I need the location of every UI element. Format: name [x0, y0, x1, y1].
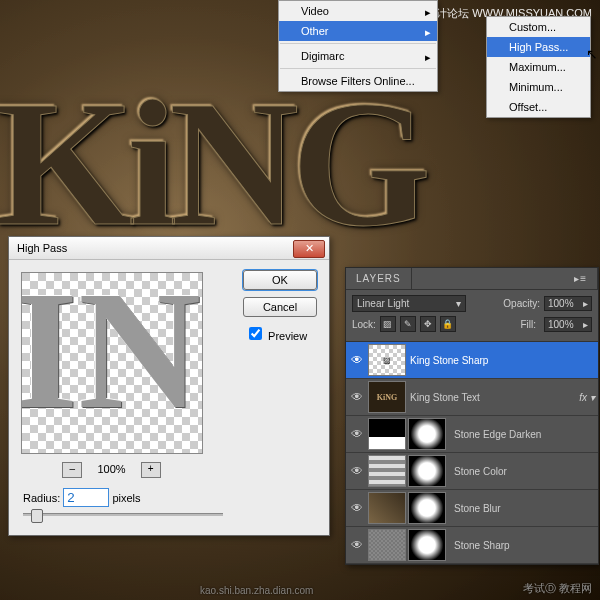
close-icon: ✕ [305, 242, 314, 254]
layers-panel: LAYERS ▸≡ Linear Light▾ Opacity: 100%▸ L… [345, 267, 599, 565]
menu-label: Other [301, 25, 329, 37]
radius-row: Radius: pixels [19, 482, 319, 507]
blend-mode-value: Linear Light [357, 298, 409, 309]
menu-separator [280, 43, 436, 44]
layer-row[interactable]: 👁 Stone Blur [346, 490, 598, 527]
layer-name: Stone Blur [452, 503, 598, 514]
layer-row[interactable]: 👁 KiNG King Stone Text fx ▾ [346, 379, 598, 416]
submenu-label: Custom... [509, 21, 556, 33]
layer-thumbnail[interactable] [368, 455, 406, 487]
visibility-icon[interactable]: 👁 [346, 390, 368, 404]
layer-row[interactable]: 👁 Stone Sharp [346, 527, 598, 564]
layer-mask-thumbnail[interactable] [408, 529, 446, 561]
slider-thumb[interactable] [31, 509, 43, 523]
zoom-controls: – 100% + [19, 458, 204, 482]
layer-name: King Stone Sharp [408, 355, 598, 366]
dialog-title: High Pass [17, 242, 67, 254]
submenu-item-high-pass[interactable]: High Pass... [487, 37, 590, 57]
preview-content: IN [21, 272, 201, 448]
fill-label: Fill: [520, 319, 536, 330]
menu-label: Digimarc [301, 50, 344, 62]
fill-value: 100% [548, 319, 574, 330]
layer-thumbnail[interactable]: KiNG [368, 381, 406, 413]
preview-checkbox[interactable] [249, 327, 262, 340]
panel-menu-icon[interactable]: ▸≡ [564, 268, 598, 289]
visibility-icon[interactable]: 👁 [346, 538, 368, 552]
cancel-button[interactable]: Cancel [243, 297, 317, 317]
lock-position-icon[interactable]: ✥ [420, 316, 436, 332]
watermark-bottom-left: kao.shi.ban.zha.dian.com [200, 585, 313, 596]
zoom-in-button[interactable]: + [141, 462, 161, 478]
chevron-right-icon: ▸ [583, 298, 588, 309]
visibility-icon[interactable]: 👁 [346, 427, 368, 441]
filter-preview[interactable]: IN [21, 272, 203, 454]
dialog-titlebar[interactable]: High Pass ✕ [9, 237, 329, 260]
layer-thumbnail[interactable] [368, 418, 406, 450]
close-button[interactable]: ✕ [293, 240, 325, 258]
layer-row[interactable]: 👁 Stone Color [346, 453, 598, 490]
lock-all-icon[interactable]: 🔒 [440, 316, 456, 332]
high-pass-dialog: High Pass ✕ IN – 100% + OK Cancel Previe… [8, 236, 330, 536]
layer-mask-thumbnail[interactable] [408, 492, 446, 524]
layer-mask-thumbnail[interactable] [408, 455, 446, 487]
layer-row[interactable]: 👁 ▨ King Stone Sharp [346, 342, 598, 379]
chevron-down-icon: ▾ [456, 298, 461, 309]
radius-unit: pixels [112, 492, 140, 504]
lock-label: Lock: [352, 319, 376, 330]
menu-item-video[interactable]: Video▸ [279, 1, 437, 21]
radius-slider[interactable] [23, 513, 223, 517]
opacity-value: 100% [548, 298, 574, 309]
filter-menu[interactable]: Video▸ Other▸ Digimarc▸ Browse Filters O… [278, 0, 438, 92]
visibility-icon[interactable]: 👁 [346, 353, 368, 367]
radius-label: Radius: [23, 492, 60, 504]
menu-separator [280, 68, 436, 69]
chevron-right-icon: ▸ [583, 319, 588, 330]
lock-transparency-icon[interactable]: ▨ [380, 316, 396, 332]
layer-thumbnail[interactable] [368, 529, 406, 561]
preview-checkbox-row: Preview [245, 324, 317, 343]
layers-list: 👁 ▨ King Stone Sharp 👁 KiNG King Stone T… [346, 342, 598, 564]
radius-input[interactable] [63, 488, 109, 507]
submenu-label: Minimum... [509, 81, 563, 93]
filter-submenu-other[interactable]: Custom... High Pass... Maximum... Minimu… [486, 16, 591, 118]
layer-fx-icon[interactable]: fx ▾ [576, 392, 598, 403]
fill-input[interactable]: 100%▸ [544, 317, 592, 332]
submenu-label: Maximum... [509, 61, 566, 73]
chevron-right-icon: ▸ [425, 6, 431, 19]
chevron-right-icon: ▸ [425, 51, 431, 64]
layer-name: Stone Sharp [452, 540, 598, 551]
layer-thumbnail[interactable]: ▨ [368, 344, 406, 376]
layer-name: Stone Color [452, 466, 598, 477]
menu-label: Video [301, 5, 329, 17]
submenu-item-maximum[interactable]: Maximum... [487, 57, 590, 77]
layer-name: Stone Edge Darken [452, 429, 598, 440]
submenu-item-offset[interactable]: Offset... [487, 97, 590, 117]
chevron-right-icon: ▸ [425, 26, 431, 39]
menu-item-browse-filters[interactable]: Browse Filters Online... [279, 71, 437, 91]
layer-row[interactable]: 👁 Stone Edge Darken [346, 416, 598, 453]
lock-pixels-icon[interactable]: ✎ [400, 316, 416, 332]
submenu-item-minimum[interactable]: Minimum... [487, 77, 590, 97]
slider-track [23, 513, 223, 516]
submenu-label: High Pass... [509, 41, 568, 53]
layers-tab-label[interactable]: LAYERS [346, 268, 412, 289]
cursor-icon: ↖ [586, 46, 598, 62]
menu-item-digimarc[interactable]: Digimarc▸ [279, 46, 437, 66]
visibility-icon[interactable]: 👁 [346, 501, 368, 515]
visibility-icon[interactable]: 👁 [346, 464, 368, 478]
blend-mode-select[interactable]: Linear Light▾ [352, 295, 466, 312]
menu-item-other[interactable]: Other▸ [279, 21, 437, 41]
layer-name: King Stone Text [408, 392, 576, 403]
zoom-out-button[interactable]: – [62, 462, 82, 478]
watermark-bottom-right: 考试Ⓓ 教程网 [523, 581, 592, 596]
layer-mask-thumbnail[interactable] [408, 418, 446, 450]
menu-label: Browse Filters Online... [301, 75, 415, 87]
opacity-label: Opacity: [503, 298, 540, 309]
layer-thumbnail[interactable] [368, 492, 406, 524]
opacity-input[interactable]: 100%▸ [544, 296, 592, 311]
submenu-label: Offset... [509, 101, 547, 113]
ok-button[interactable]: OK [243, 270, 317, 290]
preview-checkbox-label: Preview [268, 330, 307, 342]
zoom-level: 100% [97, 463, 125, 475]
submenu-item-custom[interactable]: Custom... [487, 17, 590, 37]
